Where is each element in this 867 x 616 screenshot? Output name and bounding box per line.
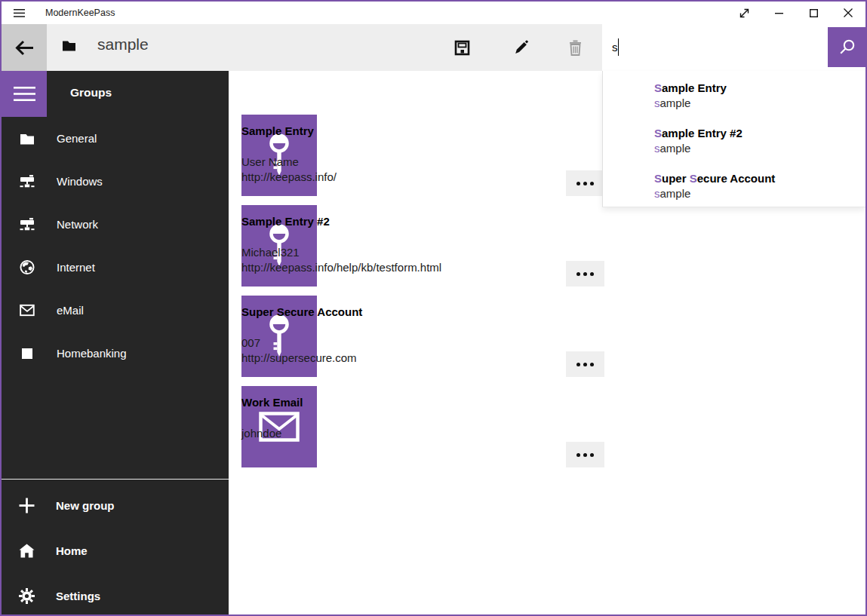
entry-title: Work Email bbox=[241, 396, 513, 409]
search-suggestions: Sample EntrysampleSample Entry #2sampleS… bbox=[602, 71, 865, 207]
sidebar-item-label: Internet bbox=[57, 261, 95, 274]
sidebar-divider bbox=[2, 479, 229, 480]
ellipsis-icon bbox=[583, 182, 587, 185]
ellipsis-icon bbox=[583, 363, 587, 366]
square-icon bbox=[20, 348, 35, 359]
delete-button[interactable] bbox=[558, 24, 592, 71]
entry-title: Super Secure Account bbox=[241, 305, 513, 318]
entry-title: Sample Entry #2 bbox=[241, 215, 513, 228]
hamburger-icon[interactable] bbox=[2, 2, 36, 24]
more-button[interactable] bbox=[566, 351, 604, 377]
ellipsis-icon bbox=[583, 453, 587, 457]
folder-icon bbox=[62, 39, 76, 54]
hamburger-icon[interactable] bbox=[2, 71, 47, 117]
close-icon[interactable] bbox=[831, 2, 865, 24]
titlebar: ModernKeePass bbox=[2, 2, 865, 24]
home-icon bbox=[18, 544, 35, 558]
globe-icon bbox=[20, 259, 35, 275]
more-button[interactable] bbox=[566, 261, 604, 287]
app-window: ModernKeePass sample bbox=[0, 0, 867, 616]
search-box bbox=[602, 24, 865, 71]
entry-username: johndoe bbox=[241, 427, 513, 440]
entry-username: 007 bbox=[241, 336, 513, 349]
page-title: sample bbox=[97, 35, 149, 54]
sidebar-item-email[interactable]: eMail bbox=[2, 289, 229, 332]
entry-url: http://keepass.info/ bbox=[241, 170, 513, 183]
sidebar-item-label: New group bbox=[56, 499, 115, 512]
sidebar-item-network[interactable]: Network bbox=[2, 203, 229, 246]
home-button[interactable]: Home bbox=[2, 528, 229, 573]
sidebar-item-label: Network bbox=[57, 218, 98, 231]
entry-row[interactable]: Work Email johndoe bbox=[241, 386, 604, 467]
sidebar-item-label: eMail bbox=[57, 304, 84, 317]
back-button[interactable] bbox=[2, 24, 47, 71]
sidebar-item-label: Home bbox=[56, 544, 88, 557]
edit-button[interactable] bbox=[503, 24, 538, 71]
search-suggestion[interactable]: Sample Entrysample bbox=[654, 81, 865, 111]
sidebar-item-label: Settings bbox=[56, 590, 100, 602]
search-suggestion[interactable]: Super Secure Accountsample bbox=[654, 171, 865, 201]
sidebar-item-general[interactable]: General bbox=[2, 117, 229, 160]
gear-icon bbox=[18, 588, 35, 604]
new-group-button[interactable]: New group bbox=[2, 483, 229, 528]
search-suggestion[interactable]: Sample Entry #2sample bbox=[654, 126, 865, 156]
suggestion-title: Super Secure Account bbox=[654, 171, 865, 186]
maximize-icon[interactable] bbox=[796, 2, 831, 24]
entry-url: http://keepass.info/help/kb/testform.htm… bbox=[241, 261, 513, 274]
network-icon bbox=[20, 174, 35, 188]
more-button[interactable] bbox=[566, 170, 604, 196]
entry-row[interactable]: Sample Entry User Name http://keepass.in… bbox=[241, 115, 604, 196]
folder-icon bbox=[20, 133, 35, 145]
sidebar-item-label: Windows bbox=[57, 175, 103, 188]
sidebar-item-windows[interactable]: Windows bbox=[2, 160, 229, 203]
entry-row[interactable]: Sample Entry #2 Michael321 http://keepas… bbox=[241, 205, 604, 287]
ellipsis-icon bbox=[583, 272, 587, 276]
entry-username: User Name bbox=[241, 155, 513, 168]
entry-url: http://supersecure.com bbox=[241, 351, 513, 364]
settings-button[interactable]: Settings bbox=[2, 573, 229, 616]
window-title: ModernKeePass bbox=[45, 2, 115, 24]
text-cursor bbox=[618, 38, 619, 56]
more-button[interactable] bbox=[566, 442, 604, 467]
entry-username: Michael321 bbox=[241, 246, 513, 259]
suggestion-subtitle: sample bbox=[654, 141, 865, 156]
entry-title: Sample Entry bbox=[241, 124, 513, 137]
search-input[interactable] bbox=[602, 26, 829, 69]
minimize-icon[interactable] bbox=[761, 2, 796, 24]
suggestion-title: Sample Entry bbox=[654, 81, 865, 96]
plus-icon bbox=[18, 498, 35, 513]
suggestion-subtitle: sample bbox=[654, 186, 865, 201]
network-icon bbox=[20, 217, 35, 231]
suggestion-title: Sample Entry #2 bbox=[654, 126, 865, 141]
groups-heading: Groups bbox=[70, 80, 112, 106]
suggestion-subtitle: sample bbox=[654, 96, 865, 111]
sidebar: Groups General Windows Network Internet … bbox=[2, 71, 229, 614]
fullscreen-icon[interactable] bbox=[727, 2, 761, 24]
entry-row[interactable]: Super Secure Account 007 http://supersec… bbox=[241, 296, 604, 377]
sidebar-item-homebanking[interactable]: Homebanking bbox=[2, 332, 229, 375]
save-button[interactable] bbox=[444, 24, 479, 71]
caption-buttons bbox=[727, 2, 865, 24]
envelope-icon bbox=[20, 304, 35, 317]
sidebar-item-internet[interactable]: Internet bbox=[2, 246, 229, 289]
search-button[interactable] bbox=[828, 27, 865, 67]
sidebar-item-label: Homebanking bbox=[57, 347, 127, 360]
sidebar-item-label: General bbox=[57, 132, 97, 145]
